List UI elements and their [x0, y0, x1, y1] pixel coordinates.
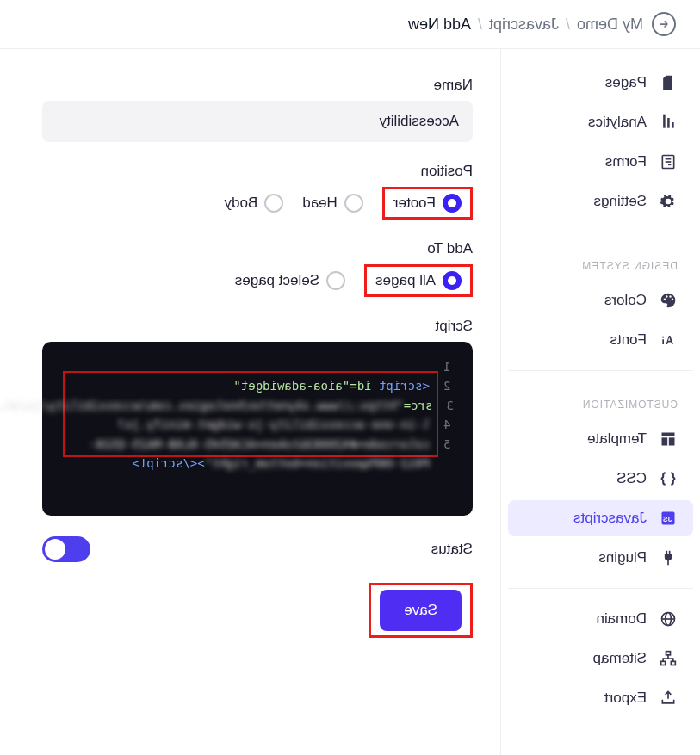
- sidebar-group-customization: CUSTOMIZATION: [508, 383, 693, 418]
- template-icon: [659, 430, 678, 449]
- sidebar-item-forms[interactable]: Forms: [508, 144, 693, 180]
- export-icon: [659, 689, 678, 708]
- analytics-icon: [659, 113, 678, 132]
- topbar: My Demo / Javascript / Add New: [0, 0, 700, 49]
- back-icon[interactable]: [652, 12, 676, 36]
- sidebar-item-domain[interactable]: Domain: [508, 601, 693, 637]
- sidebar-item-fonts[interactable]: Fonts: [508, 322, 693, 358]
- breadcrumb-sep: /: [478, 15, 482, 34]
- radio-icon: [326, 271, 345, 290]
- svg-rect-7: [662, 433, 675, 436]
- radio-icon: [344, 194, 363, 213]
- sidebar-item-label: Javascripts: [573, 510, 647, 527]
- breadcrumb-level1[interactable]: My Demo: [577, 15, 643, 34]
- sidebar-item-export[interactable]: Export: [508, 680, 693, 716]
- sidebar-item-label: Analytics: [588, 114, 647, 131]
- position-option-footer[interactable]: Footer: [393, 194, 462, 213]
- position-label: Position: [421, 163, 473, 180]
- breadcrumb-sep: /: [566, 15, 570, 34]
- sidebar-item-label: Export: [604, 690, 647, 707]
- gear-icon: [659, 192, 678, 211]
- sidebar-item-label: CSS: [616, 470, 647, 487]
- sidebar: Pages Analytics Forms Settings: [500, 49, 700, 755]
- sidebar-item-label: Pages: [605, 74, 647, 91]
- sidebar-item-label: Colors: [604, 292, 647, 309]
- svg-rect-8: [669, 437, 675, 445]
- radio-icon: [443, 194, 462, 213]
- radio-icon: [443, 271, 462, 290]
- sidebar-item-template[interactable]: Template: [508, 421, 693, 457]
- addto-option-all[interactable]: All pages: [375, 271, 462, 290]
- plug-icon: [659, 548, 678, 567]
- pages-icon: [659, 73, 678, 92]
- status-label: Status: [431, 541, 473, 558]
- breadcrumb-level2[interactable]: Javascript: [489, 15, 559, 34]
- addto-label: Add To: [427, 240, 473, 257]
- sidebar-item-colors[interactable]: Colors: [508, 282, 693, 319]
- toggle-knob: [45, 539, 65, 560]
- sidebar-item-pages[interactable]: Pages: [508, 65, 693, 101]
- sidebar-item-plugins[interactable]: Plugins: [508, 540, 693, 576]
- sidebar-item-css[interactable]: CSS: [508, 461, 693, 497]
- save-button[interactable]: Save: [380, 590, 462, 631]
- addto-option-select[interactable]: Select pages: [235, 271, 345, 290]
- sidebar-item-analytics[interactable]: Analytics: [508, 104, 693, 140]
- svg-rect-17: [661, 661, 666, 665]
- script-code-editor[interactable]: 1 2<script id="aioa-adawidget" 3src="htt…: [42, 342, 473, 516]
- svg-rect-16: [671, 661, 675, 665]
- main-form: Name Position Footer Head: [0, 49, 500, 755]
- breadcrumb: My Demo / Javascript / Add New: [408, 15, 643, 34]
- sidebar-item-label: Plugins: [598, 549, 647, 566]
- sidebar-item-javascripts[interactable]: JS Javascripts: [508, 500, 693, 536]
- palette-icon: [659, 291, 678, 310]
- name-label: Name: [434, 77, 473, 94]
- sidebar-item-label: Forms: [605, 153, 647, 170]
- svg-rect-1: [667, 118, 670, 128]
- sidebar-item-label: Fonts: [610, 331, 647, 349]
- position-option-body[interactable]: Body: [224, 194, 283, 213]
- sidebar-item-label: Settings: [594, 193, 647, 210]
- svg-rect-2: [663, 115, 666, 128]
- radio-icon: [264, 194, 283, 213]
- position-option-head[interactable]: Head: [302, 194, 363, 213]
- sitemap-icon: [659, 649, 678, 668]
- svg-text:JS: JS: [663, 515, 672, 523]
- sidebar-item-label: Sitemap: [593, 650, 647, 667]
- svg-rect-0: [672, 122, 674, 128]
- sidebar-group-design: DESIGN SYSTEM: [508, 244, 693, 279]
- js-icon: JS: [659, 509, 678, 528]
- globe-icon: [659, 610, 678, 628]
- sidebar-item-label: Domain: [596, 610, 647, 628]
- sidebar-item-label: Template: [587, 430, 647, 448]
- status-toggle[interactable]: [42, 536, 90, 562]
- svg-rect-15: [666, 652, 671, 655]
- breadcrumb-current: Add New: [408, 15, 471, 34]
- forms-icon: [659, 152, 678, 171]
- sidebar-item-settings[interactable]: Settings: [508, 183, 693, 220]
- fonts-icon: [659, 331, 678, 350]
- braces-icon: [659, 469, 678, 488]
- script-label: Script: [436, 318, 473, 335]
- name-input[interactable]: [42, 101, 473, 142]
- svg-rect-9: [662, 437, 668, 445]
- sidebar-item-sitemap[interactable]: Sitemap: [508, 641, 693, 677]
